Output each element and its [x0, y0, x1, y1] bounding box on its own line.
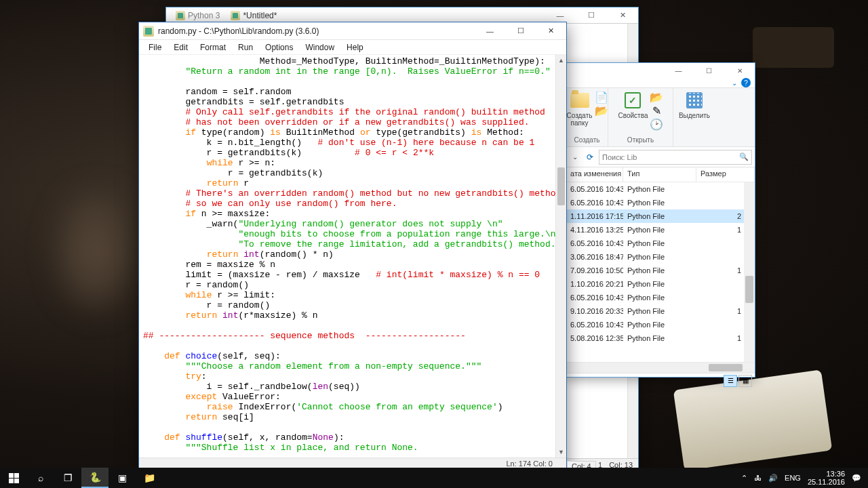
- col-type[interactable]: Тип: [623, 167, 696, 182]
- ribbon-edit[interactable]: ✎: [650, 104, 663, 117]
- view-details-button[interactable]: ☰: [724, 375, 737, 387]
- table-row[interactable]: 7.09.2016 10:50Python File1: [566, 264, 755, 277]
- menu-edit[interactable]: Edit: [168, 41, 193, 54]
- maximize-button[interactable]: ☐: [505, 22, 536, 40]
- table-row[interactable]: 6.05.2016 10:43Python File: [566, 237, 755, 250]
- cell-date: 4.11.2016 13:25: [566, 226, 623, 234]
- cell-type: Python File: [623, 253, 696, 261]
- table-row[interactable]: 9.10.2016 20:33Python File1: [566, 304, 755, 318]
- maximize-button[interactable]: ☐: [694, 63, 724, 78]
- table-row[interactable]: 4.11.2016 13:25Python File1: [566, 223, 755, 237]
- cell-date: 5.08.2016 12:35: [566, 334, 623, 342]
- idle-editor-window[interactable]: random.py - C:\Python\Lib\random.py (3.6…: [138, 22, 567, 469]
- col-size[interactable]: Размер: [696, 167, 755, 182]
- col-date[interactable]: ата изменения: [566, 167, 623, 182]
- editor-titlebar[interactable]: random.py - C:\Python\Lib\random.py (3.6…: [139, 22, 566, 40]
- search-input[interactable]: Поиск: Lib 🔍: [599, 150, 752, 165]
- desktop-blur-1: [54, 190, 136, 312]
- explorer-window[interactable]: — ☐ ✕ ⌄ ? Создать папку 📄 📂 Создать: [566, 62, 755, 378]
- minimize-button[interactable]: —: [475, 22, 505, 40]
- menu-run[interactable]: Run: [233, 41, 258, 54]
- help-icon[interactable]: ?: [741, 78, 751, 87]
- menu-format[interactable]: Format: [195, 41, 231, 54]
- cell-date: 9.10.2016 20:33: [566, 307, 623, 315]
- explorer-ribbon: Создать папку 📄 📂 Создать Свойства 📂 ✎ 🕑: [566, 87, 755, 147]
- search-button[interactable]: ⌕: [27, 468, 54, 488]
- cell-type: Python File: [623, 321, 696, 329]
- tray-network-icon[interactable]: 🖧: [754, 474, 762, 482]
- cell-type: Python File: [623, 334, 696, 342]
- search-icon[interactable]: 🔍: [739, 152, 749, 161]
- maximize-button[interactable]: ☐: [576, 7, 607, 24]
- task-view-button[interactable]: ❐: [54, 468, 81, 488]
- table-row[interactable]: 5.08.2016 12:35Python File1: [566, 331, 755, 345]
- python-icon: [143, 26, 154, 37]
- ribbon-select-all[interactable]: Выделить: [679, 89, 710, 119]
- tray-notifications-icon[interactable]: 💬: [852, 474, 861, 483]
- cell-type: Python File: [623, 266, 696, 274]
- cell-date: 6.05.2016 10:43: [566, 293, 623, 302]
- scrollbar-thumb[interactable]: [557, 167, 565, 205]
- taskbar[interactable]: ⌕ ❐ 🐍 ▣ 📁 ⌃ 🖧 🔊 ENG 13:36 25.11.2016 💬: [0, 468, 868, 488]
- system-tray[interactable]: ⌃ 🖧 🔊 ENG 13:36 25.11.2016 💬: [734, 470, 868, 486]
- table-row[interactable]: 1.10.2016 20:21Python File: [566, 277, 755, 291]
- menu-help[interactable]: Help: [341, 41, 369, 54]
- code-editor[interactable]: Method=_MethodType, BuiltinMethod=_Built…: [139, 55, 555, 458]
- close-button[interactable]: ✕: [607, 7, 638, 24]
- table-row[interactable]: 6.05.2016 10:43Python File: [566, 196, 755, 209]
- status-text: Ln: 174 Col: 0: [507, 460, 553, 468]
- scrollbar-thumb[interactable]: [745, 276, 753, 303]
- close-button[interactable]: ✕: [724, 63, 755, 78]
- tray-volume-icon[interactable]: 🔊: [768, 474, 778, 483]
- minimize-button[interactable]: —: [545, 7, 576, 24]
- tray-up-icon[interactable]: ⌃: [741, 474, 747, 483]
- cell-type: Python File: [623, 185, 696, 193]
- ribbon-properties[interactable]: Свойства: [618, 89, 648, 119]
- explorer-titlebar[interactable]: — ☐ ✕: [566, 63, 755, 78]
- scrollbar-thumb[interactable]: [709, 364, 743, 371]
- minimize-button[interactable]: —: [663, 63, 694, 78]
- scroll-down-icon[interactable]: ▼: [556, 447, 566, 458]
- ribbon-history[interactable]: 🕑: [650, 118, 663, 130]
- taskbar-idle[interactable]: 🐍: [81, 468, 108, 488]
- taskbar-app-2[interactable]: ▣: [108, 468, 136, 488]
- shell-tab-python[interactable]: Python 3: [170, 9, 225, 22]
- file-hscrollbar[interactable]: [566, 362, 755, 373]
- table-row[interactable]: 3.06.2016 18:47Python File: [566, 250, 755, 264]
- table-row[interactable]: 6.05.2016 10:43Python File: [566, 318, 755, 331]
- file-list[interactable]: 6.05.2016 10:43Python File6.05.2016 10:4…: [566, 182, 755, 362]
- shell-tab-untitled[interactable]: *Untitled*: [225, 9, 282, 22]
- table-row[interactable]: 6.05.2016 10:43Python File: [566, 182, 755, 196]
- cell-date: 6.05.2016 10:43: [566, 321, 623, 329]
- ribbon-new-folder[interactable]: Создать папку: [567, 89, 593, 127]
- cell-type: Python File: [623, 199, 696, 207]
- select-icon: [686, 92, 703, 108]
- window-title: random.py - C:\Python\Lib\random.py (3.6…: [158, 26, 319, 36]
- menu-window[interactable]: Window: [300, 41, 340, 54]
- tray-clock[interactable]: 13:36 25.11.2016: [808, 470, 845, 486]
- ribbon-new-item[interactable]: 📄: [595, 91, 608, 103]
- cell-type: Python File: [623, 212, 696, 220]
- scroll-up-icon[interactable]: ▲: [556, 55, 566, 66]
- editor-scrollbar[interactable]: ▲ ▼: [555, 55, 566, 458]
- file-list-header[interactable]: ата изменения Тип Размер: [566, 167, 755, 182]
- menu-options[interactable]: Options: [260, 41, 298, 54]
- table-row[interactable]: 1.11.2016 17:15Python File2: [566, 209, 755, 223]
- cell-type: Python File: [623, 307, 696, 315]
- cell-date: 6.05.2016 10:43: [566, 185, 623, 193]
- properties-icon: [625, 92, 641, 108]
- nav-dropdown[interactable]: ⌄: [569, 150, 581, 165]
- ribbon-easy-access[interactable]: 📂: [595, 104, 608, 117]
- tray-lang[interactable]: ENG: [785, 474, 801, 482]
- ribbon-open[interactable]: 📂: [650, 91, 663, 103]
- table-row[interactable]: 6.05.2016 10:43Python File: [566, 291, 755, 304]
- close-button[interactable]: ✕: [536, 22, 566, 40]
- refresh-button[interactable]: ⟳: [584, 150, 596, 165]
- file-scrollbar[interactable]: [744, 182, 755, 362]
- explorer-statusbar: ☰ ▦: [566, 373, 755, 388]
- view-icons-button[interactable]: ▦: [738, 375, 752, 387]
- menu-file[interactable]: File: [143, 41, 167, 54]
- taskbar-explorer[interactable]: 📁: [136, 468, 163, 488]
- start-button[interactable]: [0, 468, 27, 488]
- ribbon-collapse-icon[interactable]: ⌄: [732, 79, 737, 87]
